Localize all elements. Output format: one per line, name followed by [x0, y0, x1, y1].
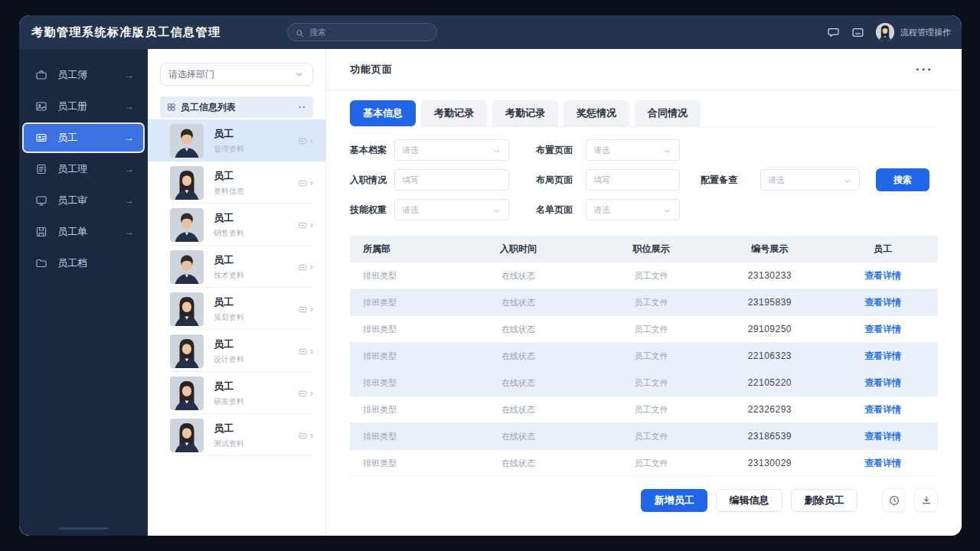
cell-department: 排班类型	[350, 350, 446, 362]
filter-select[interactable]: 请选	[586, 139, 680, 161]
table-row[interactable]: 排班类型 在线状态 员工文件 23130029 查看详情	[350, 450, 938, 477]
cell-join-time: 在线状态	[446, 458, 591, 469]
employee-name: 员工	[214, 169, 298, 183]
employee-detail-link[interactable]: ›	[298, 178, 313, 187]
cell-department: 排班类型	[350, 431, 446, 442]
cell-detail-link[interactable]: 查看详情	[828, 323, 938, 336]
user-name: 流程管理操作	[900, 27, 951, 38]
table-row[interactable]: 排班类型 在线状态 员工文件 23186539 查看详情	[350, 423, 938, 450]
image-icon	[35, 100, 47, 112]
cell-join-time: 在线状态	[446, 270, 591, 282]
filter-row-2: 入职情况 填写 布局页面 填写 配置备查 请选 搜索	[350, 169, 938, 191]
cell-detail-link[interactable]: 查看详情	[828, 296, 938, 309]
filter-select[interactable]: 请选	[760, 169, 860, 191]
add-employee-button[interactable]: 新增员工	[641, 489, 707, 512]
filter-select[interactable]: 请选	[586, 199, 680, 220]
cell-detail-link[interactable]: 查看详情	[828, 403, 938, 416]
list-section-more[interactable]: ··	[299, 102, 306, 112]
employee-name: 员工	[214, 253, 298, 267]
employee-detail-link[interactable]: ›	[298, 262, 313, 272]
cell-number: 23186539	[711, 431, 828, 442]
filter-group: 配置备查 请选	[701, 169, 860, 191]
employee-detail-link[interactable]: ›	[298, 346, 313, 356]
employee-detail-link[interactable]: ›	[298, 304, 313, 314]
tab-1[interactable]: 基本信息	[350, 100, 416, 126]
cell-department: 排班类型	[350, 324, 446, 335]
cell-detail-link[interactable]: 查看详情	[828, 430, 938, 443]
more-menu-button[interactable]: ···	[916, 66, 933, 73]
tab-5[interactable]: 合同情况	[635, 100, 701, 126]
sidebar-item-1[interactable]: 员工簿 →	[24, 61, 143, 89]
cell-detail-link[interactable]: 查看详情	[828, 377, 938, 390]
filter-select[interactable]: 请选	[394, 139, 509, 161]
cell-detail-link[interactable]: 查看详情	[828, 457, 938, 470]
chevron-right-icon: ›	[310, 430, 313, 440]
cell-detail-link[interactable]: 查看详情	[828, 350, 938, 363]
inbox-icon[interactable]	[851, 26, 864, 39]
table-row[interactable]: 排班类型 在线状态 员工文件 23195839 查看详情	[350, 289, 938, 316]
search-input[interactable]: 搜索	[287, 23, 437, 41]
employee-list: 员工 管理资料 › 员工 资料信息 › 员工 销售资料 › 员工 技术	[148, 119, 325, 536]
employee-detail-link[interactable]: ›	[298, 135, 313, 145]
chevron-down-icon	[662, 205, 672, 215]
sidebar-item-label: 员工簿	[57, 68, 115, 82]
employee-photo	[170, 334, 204, 368]
table-row[interactable]: 排班类型 在线状态 员工文件 29109250 查看详情	[350, 316, 938, 343]
sidebar-item-3[interactable]: 员工 →	[24, 124, 143, 152]
sidebar-item-2[interactable]: 员工册 →	[24, 93, 143, 120]
tab-4[interactable]: 奖惩情况	[564, 100, 629, 126]
idcard-icon	[35, 132, 47, 144]
cell-department: 排班类型	[350, 458, 446, 469]
filter-row-1: 基本档案 请选 布置页面 请选	[350, 139, 938, 161]
employee-list-item[interactable]: 员工 策划资料 ›	[148, 288, 325, 330]
topbar: 考勤管理系统标准版员工信息管理 搜索 流程管理操作	[19, 15, 962, 49]
filter-group: 名单页面 请选	[536, 199, 680, 220]
employee-list-item[interactable]: 员工 资料信息 ›	[148, 161, 325, 204]
table-row[interactable]: 排班类型 在线状态 员工文件 22105220 查看详情	[350, 370, 938, 396]
export-button[interactable]	[914, 488, 938, 512]
edit-info-button[interactable]: 编辑信息	[716, 489, 782, 512]
cell-position: 员工文件	[591, 431, 711, 442]
employee-list-item[interactable]: 员工 技术资料 ›	[148, 246, 325, 288]
table-row[interactable]: 排班类型 在线状态 员工文件 23130233 查看详情	[350, 262, 938, 289]
department-filter-select[interactable]: 请选择部门	[160, 63, 313, 86]
user-menu[interactable]: 流程管理操作	[876, 23, 951, 41]
employee-list-item[interactable]: 员工 管理资料 ›	[148, 119, 325, 161]
table-row[interactable]: 排班类型 在线状态 员工文件 22326293 查看详情	[350, 396, 938, 423]
table-header-5: 员工	[828, 243, 938, 256]
sidebar-item-5[interactable]: 员工审 →	[24, 187, 143, 214]
employee-name: 员工	[214, 422, 298, 435]
sidebar-item-7[interactable]: 员工档	[24, 249, 143, 277]
filter-label: 布置页面	[536, 144, 586, 157]
sidebar-item-6[interactable]: 员工单 →	[24, 218, 143, 246]
filter-input[interactable]: 填写	[586, 169, 680, 191]
sidebar-item-4[interactable]: 员工理 →	[24, 155, 143, 183]
chat-icon[interactable]	[827, 26, 840, 39]
filter-input[interactable]: 填写	[394, 169, 509, 191]
employee-photo	[170, 124, 204, 158]
table-header-1: 所属部	[350, 243, 446, 256]
employee-detail-link[interactable]: ›	[298, 430, 313, 440]
sidebar: 员工簿 → 员工册 → 员工 → 员工理 → 员工审 → 员工单 → 员工档	[19, 49, 148, 536]
cell-detail-link[interactable]: 查看详情	[828, 269, 938, 282]
filter-group: 入职情况 填写	[350, 169, 509, 191]
employee-list-item[interactable]: 员工 设计资料 ›	[148, 330, 325, 372]
arrow-right-icon: →	[125, 101, 134, 112]
employee-list-item[interactable]: 员工 研发资料 ›	[148, 372, 325, 414]
employee-list-item[interactable]: 员工 测试资料 ›	[148, 414, 325, 456]
employee-list-item[interactable]: 员工 销售资料 ›	[148, 204, 325, 246]
employee-name: 员工	[214, 337, 298, 351]
employee-detail-link[interactable]: ›	[298, 220, 313, 230]
tab-2[interactable]: 考勤记录	[421, 100, 487, 126]
table-row[interactable]: 排班类型 在线状态 员工文件 22106323 查看详情	[350, 343, 938, 370]
filter-select[interactable]: 请选	[394, 199, 509, 220]
filter-form: 基本档案 请选 布置页面 请选 入职情况 填写 布局页面 填写 配置备查 请选 …	[350, 139, 938, 229]
history-button[interactable]	[882, 488, 906, 512]
tab-3[interactable]: 考勤记录	[492, 100, 558, 126]
employee-detail-link[interactable]: ›	[298, 388, 313, 398]
chevron-down-icon	[492, 145, 501, 155]
employee-subtitle: 策划资料	[214, 312, 298, 323]
cell-join-time: 在线状态	[446, 404, 591, 416]
search-button[interactable]: 搜索	[876, 168, 929, 191]
delete-employee-button[interactable]: 删除员工	[791, 489, 858, 512]
